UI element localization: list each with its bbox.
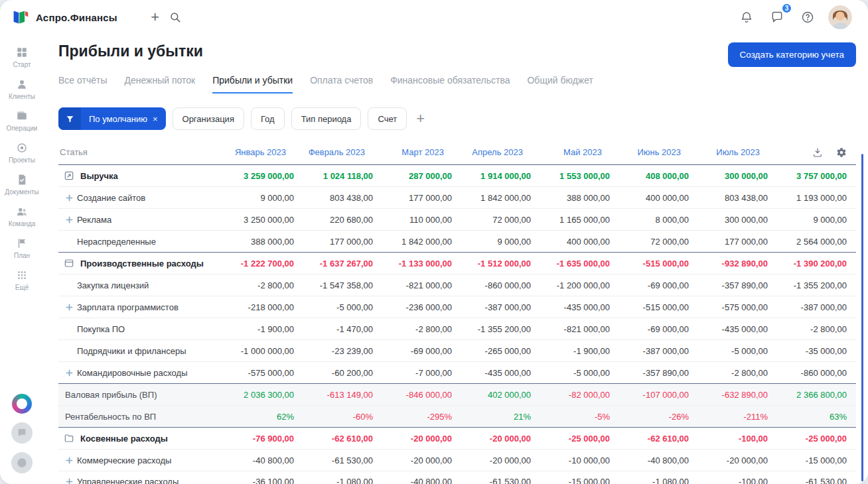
sidebar-item-label: Старт [13,61,31,68]
row-label: Создание сайтов [77,193,145,203]
cell-value: 9 000,00 [461,237,540,247]
help-widget-icon[interactable] [11,452,33,473]
sidebar-item-operations[interactable]: Операции [0,105,44,137]
table-row[interactable]: Нераспределенные388 000,00177 000,001 84… [58,230,856,252]
expand-plus-icon[interactable] [66,304,73,311]
sidebar-item-more[interactable]: Ещё [0,264,44,296]
expand-plus-icon[interactable] [66,194,73,202]
settings-gear-icon[interactable] [836,147,847,158]
cell-value: -82 000,00 [540,390,619,400]
column-header[interactable]: Май 2023 [540,147,619,157]
expand-plus-icon[interactable] [66,369,73,377]
wallet-icon [16,109,28,123]
tab-all-reports[interactable]: Все отчёты [58,75,107,93]
table-row[interactable]: Рентабельность по ВП62%-60%-295%21%-5%-2… [58,405,856,427]
expand-plus-icon[interactable] [66,216,73,223]
chat-widget-icon[interactable] [11,422,33,444]
sidebar-item-clients[interactable]: Клиенты [0,73,44,105]
sidebar-item-label: Документы [5,188,39,196]
cell-value: -860 000,00 [461,280,540,290]
expand-plus-icon[interactable] [66,478,73,484]
filter-chip-account[interactable]: Счет [368,107,407,130]
search-icon[interactable] [165,7,185,27]
app-window: Аспро.Финансы + 3 [0,0,868,484]
cell-value: -387 000,00 [461,302,540,312]
column-header[interactable]: Июнь 2023 [619,147,698,157]
filter-chip-year[interactable]: Год [251,107,285,130]
grid-icon [16,46,28,59]
avatar[interactable] [828,5,852,29]
table-row[interactable]: Управленческие расходы-36 100,00-1 080,0… [58,471,856,484]
create-category-button[interactable]: Создать категорию учета [728,42,856,67]
add-filter-icon[interactable]: + [416,111,425,126]
table-row[interactable]: Подрядчики и фрилансеры-1 000 000,00-23 … [58,339,856,361]
filter-chip-period-type[interactable]: Тип периода [291,107,362,130]
cell-value: -218 000,00 [224,302,303,312]
table-row[interactable]: Реклама3 250 000,00220 680,00110 000,007… [58,208,856,230]
sidebar-item-label: Клиенты [9,93,35,100]
cell-value: -26% [619,412,698,422]
filter-bar: По умолчанию × ОрганизацияГодТип периода… [58,107,856,130]
table-row[interactable]: Создание сайтов9 000,00803 438,00177 000… [58,186,856,208]
cell-value: -2 800,00 [224,280,303,290]
column-header[interactable]: Февраль 2023 [303,147,382,157]
cell-value: -20 000,00 [461,434,540,444]
table-row[interactable]: Покупка ПО-1 900,00-1 470,00-2 800,00-1 … [58,318,856,339]
table-row[interactable]: Командировочные расходы-575 000,00-60 20… [58,361,856,383]
cell-value: -25 000,00 [777,434,856,444]
cell-value: -69 000,00 [619,280,698,290]
vertical-scrollbar[interactable] [861,154,863,481]
cell-value: -632 890,00 [698,390,777,400]
clear-filter-icon[interactable]: × [153,114,166,124]
column-header[interactable]: Январь 2023 [224,147,303,157]
table-row[interactable]: Валовая прибыль (ВП)2 036 300,00-613 149… [58,383,856,405]
cell-value: 1 165 000,00 [540,215,619,225]
tab-budget[interactable]: Общий бюджет [527,75,593,93]
sidebar-widgets [11,394,33,475]
add-icon[interactable]: + [145,7,165,27]
filter-chip-organization[interactable]: Организация [173,107,244,130]
chat-icon[interactable]: 3 [767,7,787,27]
sidebar-item-documents[interactable]: Документы [0,168,44,200]
cell-value: -5% [540,412,619,422]
active-filter-chip[interactable]: По умолчанию × [58,107,166,130]
cell-value: -515 000,00 [619,302,698,312]
sidebar-item-projects[interactable]: Проекты [0,137,44,168]
cell-value: -10 000,00 [540,455,619,465]
cell-value: -40 800,00 [382,477,461,484]
column-header[interactable]: Апрель 2023 [461,147,540,157]
cell-value: -23 239,00 [303,346,382,356]
cell-value: -25 000,00 [540,434,619,444]
cell-value: -1 000 000,00 [224,346,303,356]
cell-value: 408 000,00 [619,171,698,181]
sidebar-item-start[interactable]: Старт [0,41,44,73]
column-header[interactable]: Март 2023 [382,147,461,157]
cell-value: -2 800,00 [698,368,777,378]
cell-value: -20 000,00 [698,455,777,465]
cell-value: 72 000,00 [461,215,540,225]
cell-value: -236 000,00 [382,302,461,312]
bell-icon[interactable] [737,7,757,27]
cell-value: -821 000,00 [540,324,619,334]
table-row[interactable]: Зарплата программистов-218 000,00-5 000,… [58,296,856,318]
cell-value: 402 000,00 [461,390,540,400]
cell-value: 72 000,00 [619,237,698,247]
tab-profit-loss[interactable]: Прибыли и убытки [212,75,293,93]
sidebar-item-plan[interactable]: План [0,232,44,264]
tab-invoices[interactable]: Оплата счетов [310,75,373,93]
cell-value: 1 842 000,00 [382,237,461,247]
aspro-widget-icon[interactable] [12,394,32,414]
expand-plus-icon[interactable] [66,457,73,464]
cell-value: -40 800,00 [619,455,698,465]
table-row[interactable]: Коммерческие расходы-40 800,00-61 530,00… [58,449,856,471]
sidebar-item-team[interactable]: Команда [0,200,44,232]
column-header[interactable]: Июль 2023 [698,147,777,157]
table-row[interactable]: Закупка лицензий-2 800,00-1 547 358,00-8… [58,274,856,296]
tab-liabilities[interactable]: Финансовые обязательства [390,75,510,93]
table-row[interactable]: Производственные расходы-1 222 700,00-1 … [58,252,856,274]
download-icon[interactable] [812,147,823,158]
help-icon[interactable] [798,7,818,27]
table-row[interactable]: Выручка3 259 000,001 024 118,00287 000,0… [58,164,856,186]
table-row[interactable]: Косвенные расходы-76 900,00-62 610,00-20… [58,427,856,449]
tab-cash-flow[interactable]: Денежный поток [124,75,195,93]
